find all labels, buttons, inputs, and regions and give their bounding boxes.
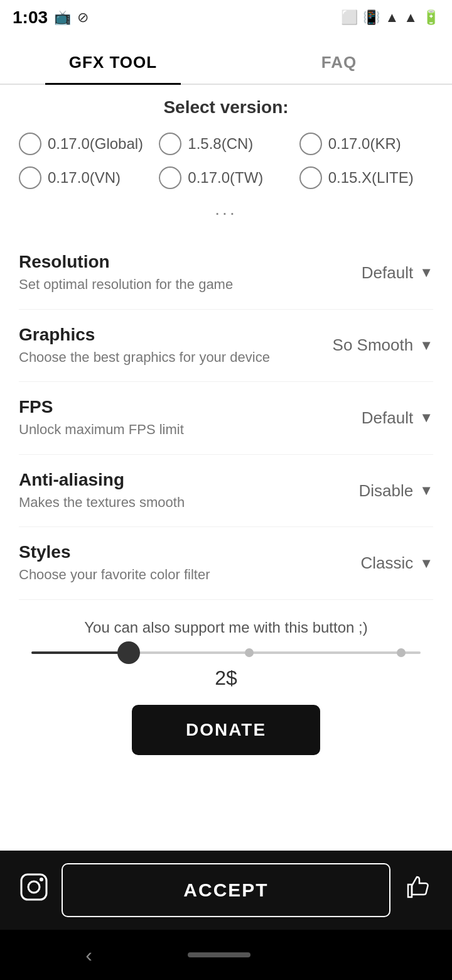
instagram-icon[interactable] — [19, 872, 49, 909]
fps-dropdown[interactable]: Default ▼ — [320, 408, 433, 428]
styles-title: Styles — [19, 542, 320, 562]
tv-icon: 📺 — [54, 9, 71, 26]
graphics-row: Graphics Choose the best graphics for yo… — [19, 310, 433, 383]
resolution-row: Resolution Set optimal resolution for th… — [19, 237, 433, 310]
fps-arrow-icon: ▼ — [419, 410, 433, 426]
antialiasing-title: Anti-aliasing — [19, 470, 320, 490]
settings-section: Resolution Set optimal resolution for th… — [19, 237, 433, 600]
resolution-arrow-icon: ▼ — [419, 264, 433, 281]
fps-desc: Unlock maximum FPS limit — [19, 421, 320, 439]
fps-left: FPS Unlock maximum FPS limit — [19, 397, 320, 439]
fps-row: FPS Unlock maximum FPS limit Default ▼ — [19, 382, 433, 455]
graphics-desc: Choose the best graphics for your device — [19, 349, 320, 367]
styles-left: Styles Choose your favorite color filter — [19, 542, 320, 584]
wifi-icon: ▲ — [385, 9, 399, 26]
graphics-left: Graphics Choose the best graphics for yo… — [19, 325, 320, 367]
version-select-section: Select version: 0.17.0(Global) 1.5.8(CN)… — [19, 97, 433, 219]
donate-button[interactable]: DONATE — [132, 705, 320, 755]
vibrate-icon: 📳 — [363, 9, 380, 26]
slider-track — [31, 651, 421, 654]
radio-vn[interactable] — [19, 166, 41, 189]
radio-lite[interactable] — [299, 166, 322, 189]
resolution-desc: Set optimal resolution for the game — [19, 276, 320, 294]
status-time: 1:03 — [13, 8, 48, 28]
like-icon[interactable] — [403, 872, 433, 908]
antialiasing-row: Anti-aliasing Makes the textures smooth … — [19, 455, 433, 528]
version-option-cn[interactable]: 1.5.8(CN) — [159, 133, 293, 155]
styles-desc: Choose your favorite color filter — [19, 566, 320, 584]
home-indicator[interactable] — [188, 952, 250, 957]
version-option-global[interactable]: 0.17.0(Global) — [19, 133, 153, 155]
more-versions-dots[interactable]: ... — [19, 199, 433, 219]
version-grid: 0.17.0(Global) 1.5.8(CN) 0.17.0(KR) 0.17… — [19, 133, 433, 189]
back-button[interactable]: ‹ — [85, 944, 92, 967]
graphics-value: So Smooth — [333, 335, 414, 355]
version-option-tw[interactable]: 0.17.0(TW) — [159, 166, 293, 189]
signal-icon: ▲ — [404, 9, 417, 26]
version-option-vn[interactable]: 0.17.0(VN) — [19, 166, 153, 189]
antialiasing-value: Disable — [359, 481, 414, 501]
tab-faq[interactable]: FAQ — [226, 35, 452, 84]
styles-value: Classic — [360, 553, 413, 573]
donation-slider-container — [19, 651, 433, 654]
cast-icon: ⬜ — [341, 9, 358, 26]
support-section: You can also support me with this button… — [19, 619, 433, 755]
screen-icon: ⊘ — [77, 9, 89, 26]
graphics-arrow-icon: ▼ — [419, 337, 433, 354]
version-option-lite[interactable]: 0.15.X(LITE) — [299, 166, 433, 189]
radio-global[interactable] — [19, 133, 41, 155]
slider-mid-dot — [245, 648, 254, 657]
graphics-dropdown[interactable]: So Smooth ▼ — [320, 335, 433, 355]
graphics-title: Graphics — [19, 325, 320, 345]
radio-cn[interactable] — [159, 133, 181, 155]
radio-kr[interactable] — [299, 133, 322, 155]
antialiasing-dropdown[interactable]: Disable ▼ — [320, 481, 433, 501]
resolution-dropdown[interactable]: Default ▼ — [320, 263, 433, 283]
antialiasing-left: Anti-aliasing Makes the textures smooth — [19, 470, 320, 512]
svg-point-2 — [40, 878, 43, 881]
radio-tw[interactable] — [159, 166, 181, 189]
styles-arrow-icon: ▼ — [419, 555, 433, 572]
styles-dropdown[interactable]: Classic ▼ — [320, 553, 433, 573]
system-nav-bar: ‹ — [0, 930, 452, 980]
resolution-value: Default — [362, 263, 413, 283]
resolution-left: Resolution Set optimal resolution for th… — [19, 252, 320, 294]
fps-title: FPS — [19, 397, 320, 417]
donation-amount: 2$ — [19, 667, 433, 690]
resolution-title: Resolution — [19, 252, 320, 272]
tab-gfx-tool[interactable]: GFX TOOL — [0, 35, 226, 84]
slider-fill — [31, 651, 129, 654]
version-option-kr[interactable]: 0.17.0(KR) — [299, 133, 433, 155]
svg-point-1 — [28, 881, 40, 893]
accept-button[interactable]: ACCEPT — [62, 863, 390, 917]
antialiasing-desc: Makes the textures smooth — [19, 494, 320, 512]
slider-end-dot — [397, 648, 406, 657]
version-select-title: Select version: — [19, 97, 433, 117]
slider-thumb[interactable] — [117, 641, 140, 664]
styles-row: Styles Choose your favorite color filter… — [19, 527, 433, 600]
battery-icon: 🔋 — [422, 9, 439, 26]
support-text: You can also support me with this button… — [19, 619, 433, 636]
antialiasing-arrow-icon: ▼ — [419, 482, 433, 499]
top-nav: GFX TOOL FAQ — [0, 35, 452, 85]
status-bar: 1:03 📺 ⊘ ⬜ 📳 ▲ ▲ 🔋 — [0, 0, 452, 35]
fps-value: Default — [362, 408, 413, 428]
bottom-bar: ACCEPT — [0, 851, 452, 930]
main-content: Select version: 0.17.0(Global) 1.5.8(CN)… — [0, 85, 452, 851]
